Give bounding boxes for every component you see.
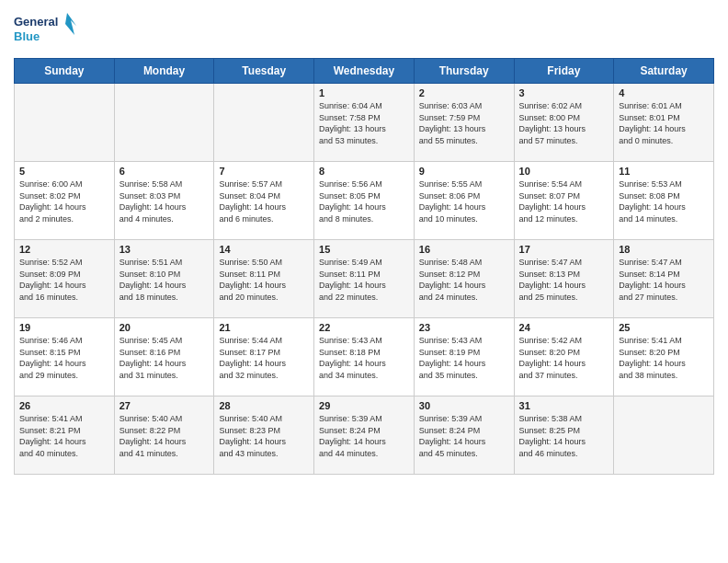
day-number: 9 — [419, 166, 509, 177]
day-number: 30 — [419, 400, 509, 411]
calendar-cell: 21Sunrise: 5:44 AM Sunset: 8:17 PM Dayli… — [214, 318, 314, 396]
day-info: Sunrise: 6:00 AM Sunset: 8:02 PM Dayligh… — [19, 178, 109, 224]
calendar-cell: 5Sunrise: 6:00 AM Sunset: 8:02 PM Daylig… — [15, 162, 115, 240]
calendar-cell: 26Sunrise: 5:41 AM Sunset: 8:21 PM Dayli… — [15, 396, 115, 475]
header-day-friday: Friday — [514, 59, 614, 84]
day-info: Sunrise: 5:38 AM Sunset: 8:25 PM Dayligh… — [519, 413, 609, 459]
svg-marker-2 — [65, 13, 76, 35]
day-number: 15 — [319, 244, 409, 255]
day-number: 16 — [419, 244, 509, 255]
calendar-cell: 9Sunrise: 5:55 AM Sunset: 8:06 PM Daylig… — [414, 162, 514, 240]
day-info: Sunrise: 5:50 AM Sunset: 8:11 PM Dayligh… — [219, 257, 309, 303]
day-number: 2 — [419, 87, 509, 98]
day-info: Sunrise: 5:40 AM Sunset: 8:23 PM Dayligh… — [219, 413, 309, 459]
day-number: 21 — [219, 322, 309, 333]
calendar-week-row: 5Sunrise: 6:00 AM Sunset: 8:02 PM Daylig… — [15, 162, 714, 240]
header-day-saturday: Saturday — [614, 59, 714, 84]
day-number: 14 — [219, 244, 309, 255]
day-number: 4 — [619, 87, 709, 98]
header-day-tuesday: Tuesday — [214, 59, 314, 84]
day-number: 10 — [519, 166, 609, 177]
day-number: 13 — [119, 244, 210, 255]
calendar-week-row: 12Sunrise: 5:52 AM Sunset: 8:09 PM Dayli… — [15, 240, 714, 318]
calendar-cell: 13Sunrise: 5:51 AM Sunset: 8:10 PM Dayli… — [114, 240, 214, 318]
day-number: 31 — [519, 400, 609, 411]
day-info: Sunrise: 5:43 AM Sunset: 8:19 PM Dayligh… — [419, 335, 509, 381]
calendar-cell: 15Sunrise: 5:49 AM Sunset: 8:11 PM Dayli… — [314, 240, 415, 318]
day-number: 6 — [119, 166, 210, 177]
calendar-cell: 28Sunrise: 5:40 AM Sunset: 8:23 PM Dayli… — [214, 396, 314, 475]
day-number: 11 — [619, 166, 709, 177]
calendar-cell: 16Sunrise: 5:48 AM Sunset: 8:12 PM Dayli… — [414, 240, 514, 318]
day-info: Sunrise: 5:39 AM Sunset: 8:24 PM Dayligh… — [319, 413, 409, 459]
calendar-body: 1Sunrise: 6:04 AM Sunset: 7:58 PM Daylig… — [15, 84, 714, 475]
day-info: Sunrise: 5:55 AM Sunset: 8:06 PM Dayligh… — [419, 178, 509, 224]
day-number: 22 — [319, 322, 409, 333]
day-number: 3 — [519, 87, 609, 98]
day-number: 17 — [519, 244, 609, 255]
calendar-cell: 11Sunrise: 5:53 AM Sunset: 8:08 PM Dayli… — [614, 162, 714, 240]
day-info: Sunrise: 5:52 AM Sunset: 8:09 PM Dayligh… — [19, 257, 109, 303]
calendar-cell: 3Sunrise: 6:02 AM Sunset: 8:00 PM Daylig… — [514, 84, 614, 162]
day-number: 18 — [619, 244, 709, 255]
calendar-cell: 22Sunrise: 5:43 AM Sunset: 8:18 PM Dayli… — [314, 318, 415, 396]
calendar-cell: 30Sunrise: 5:39 AM Sunset: 8:24 PM Dayli… — [414, 396, 514, 475]
calendar-cell — [15, 84, 115, 162]
day-info: Sunrise: 6:01 AM Sunset: 8:01 PM Dayligh… — [619, 100, 709, 146]
calendar-cell: 12Sunrise: 5:52 AM Sunset: 8:09 PM Dayli… — [15, 240, 115, 318]
day-info: Sunrise: 5:41 AM Sunset: 8:21 PM Dayligh… — [19, 413, 109, 459]
day-info: Sunrise: 5:53 AM Sunset: 8:08 PM Dayligh… — [619, 178, 709, 224]
calendar-cell — [114, 84, 214, 162]
calendar-cell: 8Sunrise: 5:56 AM Sunset: 8:05 PM Daylig… — [314, 162, 415, 240]
header-day-monday: Monday — [114, 59, 214, 84]
day-number: 28 — [219, 400, 309, 411]
day-info: Sunrise: 5:42 AM Sunset: 8:20 PM Dayligh… — [519, 335, 609, 381]
day-number: 26 — [19, 400, 109, 411]
day-number: 23 — [419, 322, 509, 333]
calendar-cell — [214, 84, 314, 162]
logo-svg: General Blue — [14, 9, 78, 51]
calendar-cell: 7Sunrise: 5:57 AM Sunset: 8:04 PM Daylig… — [214, 162, 314, 240]
day-info: Sunrise: 5:45 AM Sunset: 8:16 PM Dayligh… — [119, 335, 210, 381]
page-header: General Blue — [14, 9, 714, 51]
day-number: 5 — [19, 166, 109, 177]
calendar-header: SundayMondayTuesdayWednesdayThursdayFrid… — [15, 59, 714, 84]
calendar-cell: 27Sunrise: 5:40 AM Sunset: 8:22 PM Dayli… — [114, 396, 214, 475]
calendar-cell: 4Sunrise: 6:01 AM Sunset: 8:01 PM Daylig… — [614, 84, 714, 162]
day-info: Sunrise: 5:40 AM Sunset: 8:22 PM Dayligh… — [119, 413, 210, 459]
calendar-cell — [614, 396, 714, 475]
day-number: 8 — [319, 166, 409, 177]
day-number: 27 — [119, 400, 210, 411]
calendar-cell: 6Sunrise: 5:58 AM Sunset: 8:03 PM Daylig… — [114, 162, 214, 240]
calendar-cell: 31Sunrise: 5:38 AM Sunset: 8:25 PM Dayli… — [514, 396, 614, 475]
calendar-week-row: 19Sunrise: 5:46 AM Sunset: 8:15 PM Dayli… — [15, 318, 714, 396]
calendar-cell: 1Sunrise: 6:04 AM Sunset: 7:58 PM Daylig… — [314, 84, 415, 162]
calendar-cell: 10Sunrise: 5:54 AM Sunset: 8:07 PM Dayli… — [514, 162, 614, 240]
day-info: Sunrise: 6:03 AM Sunset: 7:59 PM Dayligh… — [419, 100, 509, 146]
calendar-cell: 17Sunrise: 5:47 AM Sunset: 8:13 PM Dayli… — [514, 240, 614, 318]
day-info: Sunrise: 5:46 AM Sunset: 8:15 PM Dayligh… — [19, 335, 109, 381]
day-info: Sunrise: 5:58 AM Sunset: 8:03 PM Dayligh… — [119, 178, 210, 224]
day-info: Sunrise: 5:44 AM Sunset: 8:17 PM Dayligh… — [219, 335, 309, 381]
calendar-cell: 2Sunrise: 6:03 AM Sunset: 7:59 PM Daylig… — [414, 84, 514, 162]
calendar-cell: 25Sunrise: 5:41 AM Sunset: 8:20 PM Dayli… — [614, 318, 714, 396]
day-info: Sunrise: 5:47 AM Sunset: 8:14 PM Dayligh… — [619, 257, 709, 303]
day-number: 20 — [119, 322, 210, 333]
calendar-week-row: 1Sunrise: 6:04 AM Sunset: 7:58 PM Daylig… — [15, 84, 714, 162]
calendar-table: SundayMondayTuesdayWednesdayThursdayFrid… — [14, 58, 714, 475]
header-day-wednesday: Wednesday — [314, 59, 415, 84]
day-info: Sunrise: 5:48 AM Sunset: 8:12 PM Dayligh… — [419, 257, 509, 303]
svg-text:General: General — [14, 15, 58, 29]
day-number: 24 — [519, 322, 609, 333]
header-day-thursday: Thursday — [414, 59, 514, 84]
calendar-cell: 14Sunrise: 5:50 AM Sunset: 8:11 PM Dayli… — [214, 240, 314, 318]
day-info: Sunrise: 5:51 AM Sunset: 8:10 PM Dayligh… — [119, 257, 210, 303]
day-info: Sunrise: 5:41 AM Sunset: 8:20 PM Dayligh… — [619, 335, 709, 381]
day-info: Sunrise: 5:39 AM Sunset: 8:24 PM Dayligh… — [419, 413, 509, 459]
day-number: 25 — [619, 322, 709, 333]
calendar-week-row: 26Sunrise: 5:41 AM Sunset: 8:21 PM Dayli… — [15, 396, 714, 475]
day-info: Sunrise: 5:43 AM Sunset: 8:18 PM Dayligh… — [319, 335, 409, 381]
calendar-cell: 23Sunrise: 5:43 AM Sunset: 8:19 PM Dayli… — [414, 318, 514, 396]
day-info: Sunrise: 6:04 AM Sunset: 7:58 PM Dayligh… — [319, 100, 409, 146]
calendar-cell: 20Sunrise: 5:45 AM Sunset: 8:16 PM Dayli… — [114, 318, 214, 396]
